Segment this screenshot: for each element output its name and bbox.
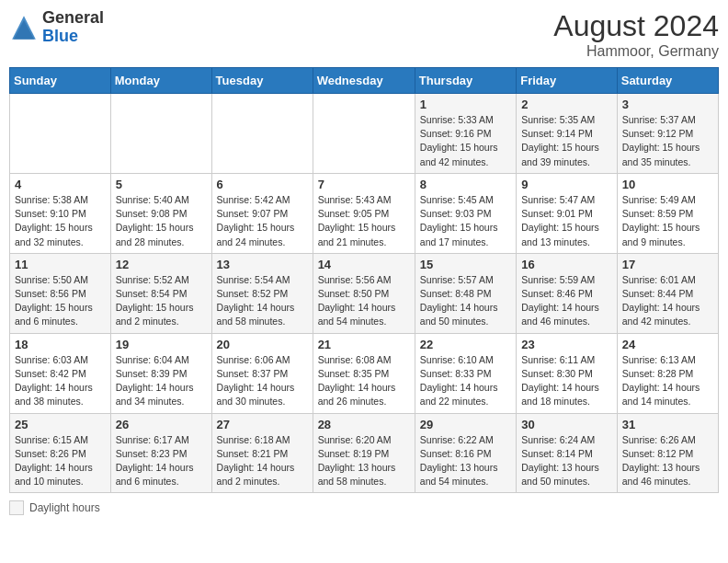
day-info: Sunrise: 5:42 AMSunset: 9:07 PMDaylight:… <box>217 193 308 249</box>
legend-box <box>9 500 24 515</box>
calendar-cell: 10Sunrise: 5:49 AMSunset: 8:59 PMDayligh… <box>617 173 718 253</box>
legend-label: Daylight hours <box>29 501 100 514</box>
day-info: Sunrise: 5:45 AMSunset: 9:03 PMDaylight:… <box>420 193 511 249</box>
header-row: SundayMondayTuesdayWednesdayThursdayFrid… <box>10 68 719 94</box>
page-header: General Blue August 2024 Hammoor, German… <box>9 9 719 60</box>
day-info: Sunrise: 6:10 AMSunset: 8:33 PMDaylight:… <box>420 353 511 409</box>
header-day: Saturday <box>617 68 718 94</box>
day-info: Sunrise: 6:08 AMSunset: 8:35 PMDaylight:… <box>318 353 410 409</box>
day-info: Sunrise: 6:13 AMSunset: 8:28 PMDaylight:… <box>622 353 713 409</box>
header-day: Sunday <box>10 68 111 94</box>
calendar-week: 25Sunrise: 6:15 AMSunset: 8:26 PMDayligh… <box>10 413 719 493</box>
calendar-cell: 26Sunrise: 6:17 AMSunset: 8:23 PMDayligh… <box>110 413 211 493</box>
day-number: 24 <box>622 338 713 351</box>
day-number: 23 <box>521 338 612 351</box>
day-number: 15 <box>420 258 511 271</box>
day-info: Sunrise: 5:56 AMSunset: 8:50 PMDaylight:… <box>318 273 410 329</box>
day-info: Sunrise: 6:03 AMSunset: 8:42 PMDaylight:… <box>15 353 106 409</box>
day-info: Sunrise: 5:50 AMSunset: 8:56 PMDaylight:… <box>15 273 106 329</box>
calendar-cell: 13Sunrise: 5:54 AMSunset: 8:52 PMDayligh… <box>211 253 313 333</box>
calendar-cell: 28Sunrise: 6:20 AMSunset: 8:19 PMDayligh… <box>313 413 415 493</box>
calendar-cell: 20Sunrise: 6:06 AMSunset: 8:37 PMDayligh… <box>211 333 313 413</box>
calendar-cell: 15Sunrise: 5:57 AMSunset: 8:48 PMDayligh… <box>415 253 516 333</box>
day-number: 1 <box>420 98 511 111</box>
calendar-cell: 29Sunrise: 6:22 AMSunset: 8:16 PMDayligh… <box>415 413 516 493</box>
calendar-cell: 6Sunrise: 5:42 AMSunset: 9:07 PMDaylight… <box>211 173 313 253</box>
day-info: Sunrise: 6:15 AMSunset: 8:26 PMDaylight:… <box>15 433 106 489</box>
day-number: 29 <box>420 418 511 431</box>
day-info: Sunrise: 5:49 AMSunset: 8:59 PMDaylight:… <box>622 193 713 249</box>
calendar-week: 18Sunrise: 6:03 AMSunset: 8:42 PMDayligh… <box>10 333 719 413</box>
day-info: Sunrise: 6:26 AMSunset: 8:12 PMDaylight:… <box>622 433 713 489</box>
day-info: Sunrise: 6:11 AMSunset: 8:30 PMDaylight:… <box>521 353 612 409</box>
day-info: Sunrise: 5:35 AMSunset: 9:14 PMDaylight:… <box>521 113 612 169</box>
header-day: Tuesday <box>211 68 313 94</box>
logo-general: General <box>42 8 104 27</box>
calendar-cell: 30Sunrise: 6:24 AMSunset: 8:14 PMDayligh… <box>517 413 618 493</box>
day-info: Sunrise: 5:40 AMSunset: 9:08 PMDaylight:… <box>116 193 207 249</box>
legend: Daylight hours <box>9 500 719 515</box>
day-number: 11 <box>15 258 106 271</box>
day-info: Sunrise: 5:54 AMSunset: 8:52 PMDaylight:… <box>217 273 308 329</box>
title-block: August 2024 Hammoor, Germany <box>553 9 719 60</box>
calendar-cell: 19Sunrise: 6:04 AMSunset: 8:39 PMDayligh… <box>110 333 211 413</box>
day-number: 14 <box>318 258 410 271</box>
day-info: Sunrise: 6:24 AMSunset: 8:14 PMDaylight:… <box>521 433 612 489</box>
day-info: Sunrise: 5:47 AMSunset: 9:01 PMDaylight:… <box>521 193 612 249</box>
day-number: 17 <box>622 258 713 271</box>
calendar-cell: 24Sunrise: 6:13 AMSunset: 8:28 PMDayligh… <box>617 333 718 413</box>
calendar-week: 4Sunrise: 5:38 AMSunset: 9:10 PMDaylight… <box>10 173 719 253</box>
calendar-cell: 21Sunrise: 6:08 AMSunset: 8:35 PMDayligh… <box>313 333 415 413</box>
header-day: Monday <box>110 68 211 94</box>
header-day: Friday <box>517 68 618 94</box>
calendar-cell: 8Sunrise: 5:45 AMSunset: 9:03 PMDaylight… <box>415 173 516 253</box>
day-info: Sunrise: 5:59 AMSunset: 8:46 PMDaylight:… <box>521 273 612 329</box>
day-number: 16 <box>521 258 612 271</box>
calendar-table: SundayMondayTuesdayWednesdayThursdayFrid… <box>9 67 719 493</box>
calendar-cell <box>211 94 313 174</box>
day-info: Sunrise: 5:57 AMSunset: 8:48 PMDaylight:… <box>420 273 511 329</box>
header-day: Thursday <box>415 68 516 94</box>
calendar-cell: 11Sunrise: 5:50 AMSunset: 8:56 PMDayligh… <box>10 253 111 333</box>
day-number: 25 <box>15 418 106 431</box>
day-number: 7 <box>318 178 410 191</box>
logo-text: General Blue <box>42 9 104 46</box>
day-number: 13 <box>217 258 308 271</box>
calendar-cell: 14Sunrise: 5:56 AMSunset: 8:50 PMDayligh… <box>313 253 415 333</box>
calendar-cell: 27Sunrise: 6:18 AMSunset: 8:21 PMDayligh… <box>211 413 313 493</box>
calendar-cell <box>110 94 211 174</box>
day-info: Sunrise: 6:22 AMSunset: 8:16 PMDaylight:… <box>420 433 511 489</box>
day-number: 20 <box>217 338 308 351</box>
calendar-cell: 12Sunrise: 5:52 AMSunset: 8:54 PMDayligh… <box>110 253 211 333</box>
day-info: Sunrise: 6:17 AMSunset: 8:23 PMDaylight:… <box>116 433 207 489</box>
day-number: 18 <box>15 338 106 351</box>
calendar-cell: 25Sunrise: 6:15 AMSunset: 8:26 PMDayligh… <box>10 413 111 493</box>
day-number: 2 <box>521 98 612 111</box>
calendar-cell: 3Sunrise: 5:37 AMSunset: 9:12 PMDaylight… <box>617 94 718 174</box>
calendar-cell: 2Sunrise: 5:35 AMSunset: 9:14 PMDaylight… <box>517 94 618 174</box>
calendar-cell: 17Sunrise: 6:01 AMSunset: 8:44 PMDayligh… <box>617 253 718 333</box>
calendar-cell: 9Sunrise: 5:47 AMSunset: 9:01 PMDaylight… <box>517 173 618 253</box>
calendar-cell: 16Sunrise: 5:59 AMSunset: 8:46 PMDayligh… <box>517 253 618 333</box>
logo-icon <box>9 13 39 42</box>
month-year: August 2024 <box>553 9 719 43</box>
day-number: 6 <box>217 178 308 191</box>
day-number: 3 <box>622 98 713 111</box>
calendar-cell: 1Sunrise: 5:33 AMSunset: 9:16 PMDaylight… <box>415 94 516 174</box>
calendar-cell: 5Sunrise: 5:40 AMSunset: 9:08 PMDaylight… <box>110 173 211 253</box>
day-number: 12 <box>116 258 207 271</box>
day-number: 5 <box>116 178 207 191</box>
day-number: 28 <box>318 418 410 431</box>
day-info: Sunrise: 6:18 AMSunset: 8:21 PMDaylight:… <box>217 433 308 489</box>
day-number: 19 <box>116 338 207 351</box>
location: Hammoor, Germany <box>553 43 719 60</box>
day-info: Sunrise: 6:20 AMSunset: 8:19 PMDaylight:… <box>318 433 410 489</box>
calendar-cell: 18Sunrise: 6:03 AMSunset: 8:42 PMDayligh… <box>10 333 111 413</box>
calendar-cell: 22Sunrise: 6:10 AMSunset: 8:33 PMDayligh… <box>415 333 516 413</box>
day-number: 30 <box>521 418 612 431</box>
day-number: 26 <box>116 418 207 431</box>
calendar-cell: 7Sunrise: 5:43 AMSunset: 9:05 PMDaylight… <box>313 173 415 253</box>
day-number: 9 <box>521 178 612 191</box>
calendar-cell: 31Sunrise: 6:26 AMSunset: 8:12 PMDayligh… <box>617 413 718 493</box>
day-number: 27 <box>217 418 308 431</box>
